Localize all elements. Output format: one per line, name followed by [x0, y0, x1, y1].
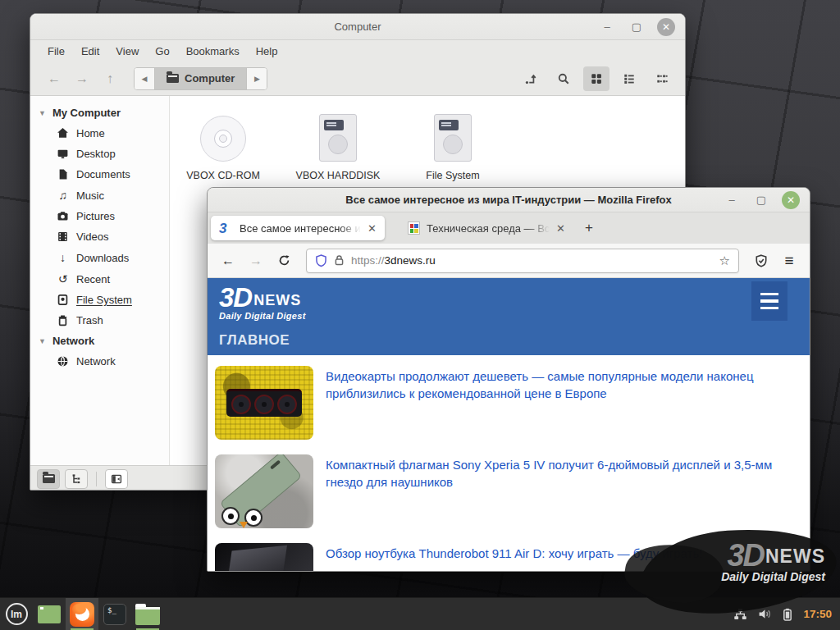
tree-pane-button[interactable]	[65, 469, 88, 489]
news-item-laptop[interactable]: Обзор ноутбука Thunderobot 911 Air D: хо…	[215, 543, 801, 572]
edit-location-icon[interactable]	[518, 66, 544, 91]
new-tab-icon[interactable]: +	[585, 220, 593, 236]
toolbar: ← → ↑ ◀ Computer ▶	[30, 62, 685, 96]
stamp-favicon	[408, 221, 420, 235]
menu-file[interactable]: File	[40, 43, 72, 60]
news-link[interactable]: Обзор ноутбука Thunderobot 911 Air D: хо…	[326, 543, 702, 572]
search-icon[interactable]	[550, 66, 577, 91]
sidebar-item-pictures[interactable]: Pictures	[30, 206, 169, 226]
taskbar-files-button[interactable]	[131, 598, 164, 630]
expander-icon[interactable]: ▼	[39, 337, 46, 345]
shield-icon[interactable]	[315, 254, 327, 267]
sidebar-item-music[interactable]: ♫ Music	[30, 185, 169, 206]
compact-view-icon[interactable]	[649, 66, 675, 91]
maximize-icon[interactable]: ▢	[752, 191, 770, 209]
breadcrumb-left-icon[interactable]: ◀	[135, 68, 154, 89]
site-logo[interactable]: 3D NEWS	[219, 286, 810, 309]
reload-icon[interactable]	[272, 249, 296, 273]
back-icon[interactable]: ←	[40, 71, 68, 86]
news-thumbnail-laptop[interactable]	[215, 543, 313, 572]
disk-icon	[57, 294, 69, 306]
news-thumbnail-gpu[interactable]	[215, 366, 313, 440]
sidebar-item-home[interactable]: Home	[30, 123, 169, 144]
file-manager-titlebar[interactable]: Computer – ▢ ✕	[30, 14, 685, 40]
battery-tray-icon[interactable]	[783, 608, 792, 621]
menu-bookmarks[interactable]: Bookmarks	[179, 43, 247, 60]
volume-tray-icon[interactable]	[758, 608, 772, 620]
menu-help[interactable]: Help	[249, 43, 285, 60]
camera-icon	[57, 210, 69, 222]
desktop-icon	[38, 605, 61, 623]
sidebar-section-my-computer[interactable]: ▼ My Computer	[30, 103, 169, 123]
news-item-gpu[interactable]: Видеокарты продолжают дешеветь — самые п…	[215, 366, 801, 440]
protections-shield-icon[interactable]	[749, 249, 774, 273]
close-icon[interactable]: ✕	[782, 191, 800, 209]
menu-view[interactable]: View	[108, 43, 146, 60]
forward-icon[interactable]: →	[244, 249, 268, 273]
mint-logo-icon: lm	[6, 603, 28, 625]
toggle-sidebar-button[interactable]	[105, 469, 128, 489]
news-link[interactable]: Видеокарты продолжают дешеветь — самые п…	[326, 366, 801, 440]
sidebar-item-desktop[interactable]: Desktop	[30, 144, 169, 164]
grid-view-icon[interactable]	[583, 66, 609, 91]
harddisk-icon	[319, 114, 357, 162]
firefox-titlebar[interactable]: Все самое интересное из мира IT-индустри…	[208, 188, 810, 212]
lock-icon[interactable]	[334, 254, 345, 267]
sidebar-item-videos[interactable]: Videos	[30, 226, 169, 247]
url-bar[interactable]: https://3dnews.ru ☆	[306, 249, 739, 273]
page-content: 3D NEWS Daily Digital Digest ГЛАВНОЕ Вид…	[208, 278, 810, 572]
tab-close-icon[interactable]: ✕	[556, 222, 565, 235]
sidebar-section-network[interactable]: ▼ Network	[30, 331, 169, 351]
film-icon	[57, 231, 69, 243]
bookmark-star-icon[interactable]: ☆	[719, 253, 730, 268]
forward-icon[interactable]: →	[68, 71, 96, 86]
sidebar-item-recent[interactable]: ↺ Recent	[30, 268, 169, 290]
tab-3dnews[interactable]: 3 Все самое интересное из м ✕	[211, 216, 385, 240]
taskbar: lm $_ 17:50	[0, 597, 840, 630]
mint-menu-button[interactable]: lm	[0, 598, 33, 630]
up-icon[interactable]: ↑	[96, 71, 124, 86]
minimize-icon[interactable]: –	[598, 18, 616, 36]
tab-tech-sreda[interactable]: Техническая среда — Всё о ✕	[399, 216, 573, 240]
places-pane-button[interactable]	[37, 469, 60, 489]
file-vbox-cdrom[interactable]: VBOX CD-ROM	[178, 111, 268, 181]
show-desktop-button[interactable]	[33, 598, 66, 630]
news-list: Видеокарты продолжают дешеветь — самые п…	[208, 355, 810, 572]
menu-go[interactable]: Go	[148, 43, 176, 60]
breadcrumb-right-icon[interactable]: ▶	[247, 68, 267, 89]
tab-close-icon[interactable]: ✕	[368, 222, 377, 235]
clock[interactable]: 17:50	[803, 608, 832, 620]
menu-hamburger-icon[interactable]: ≡	[777, 249, 801, 273]
sidebar-item-downloads[interactable]: ↓ Downloads	[30, 247, 169, 268]
breadcrumb: ◀ Computer ▶	[134, 67, 267, 90]
breadcrumb-computer[interactable]: Computer	[154, 68, 247, 89]
list-view-icon[interactable]	[616, 66, 642, 91]
back-icon[interactable]: ←	[216, 249, 240, 273]
url-text[interactable]: https://3dnews.ru	[351, 254, 713, 267]
news-link[interactable]: Компактный флагман Sony Xperia 5 IV полу…	[326, 454, 801, 528]
taskbar-terminal-button[interactable]: $_	[98, 598, 131, 630]
file-vbox-harddisk[interactable]: VBOX HARDDISK	[293, 111, 383, 181]
firefox-icon	[70, 602, 94, 627]
sidebar-item-documents[interactable]: Documents	[30, 164, 169, 185]
taskbar-firefox-button[interactable]	[66, 598, 98, 630]
expander-icon[interactable]: ▼	[39, 109, 46, 117]
sidebar-item-network[interactable]: Network	[30, 351, 169, 372]
sidebar: ▼ My Computer Home Desktop Documents ♫ M…	[30, 96, 170, 465]
news-item-xperia[interactable]: Компактный флагман Sony Xperia 5 IV полу…	[215, 454, 801, 528]
network-tray-icon[interactable]	[733, 608, 747, 620]
maximize-icon[interactable]: ▢	[628, 18, 646, 36]
sidebar-item-trash[interactable]: Trash	[30, 310, 169, 331]
site-menu-icon[interactable]	[751, 281, 788, 321]
history-icon: ↺	[57, 272, 69, 285]
navigation-bar: ← → https://3dnews.ru ☆ ≡	[208, 244, 810, 278]
site-logo-tagline: Daily Digital Digest	[219, 311, 810, 321]
sidebar-item-file-system[interactable]: File System	[30, 290, 169, 310]
home-icon	[57, 127, 69, 139]
close-icon[interactable]: ✕	[657, 18, 675, 36]
firefox-window: Все самое интересное из мира IT-индустри…	[207, 187, 810, 572]
file-file-system[interactable]: File System	[408, 111, 498, 181]
news-thumbnail-phone[interactable]	[215, 454, 313, 528]
minimize-icon[interactable]: –	[723, 191, 741, 209]
menu-edit[interactable]: Edit	[74, 43, 107, 60]
